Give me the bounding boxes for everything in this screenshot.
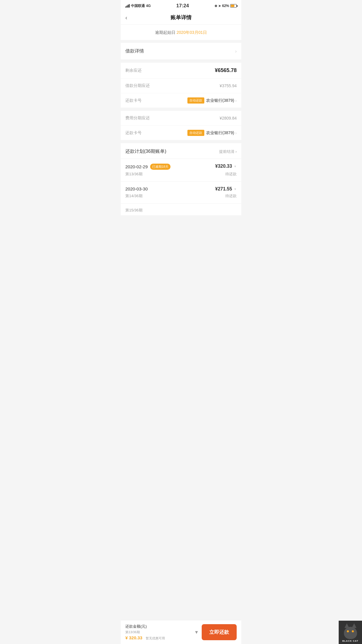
fee-installment-row: 费用分期应还 ¥2809.84 <box>121 111 241 126</box>
loan-details-chevron-icon: › <box>235 49 237 54</box>
payment-3-period: 第15/36期 <box>125 208 143 213</box>
payment-item-1[interactable]: 2020-02-29 已逾期18天 ¥320.33 ▼ 第13/36期 待还款 <box>121 159 241 181</box>
payment-1-right: ¥320.33 ▼ <box>215 164 237 169</box>
payment-1-period: 第13/36期 <box>125 172 143 177</box>
fee-card-chevron-icon: › <box>235 131 237 135</box>
early-settlement-label: 提前结清 <box>219 149 234 154</box>
payment-item-3-partial[interactable]: 第15/36期 <box>121 203 241 215</box>
payment-2-date: 2020-03-30 <box>125 186 148 191</box>
fee-installment-label: 费用分期应还 <box>125 116 150 121</box>
signal-icon <box>125 4 130 8</box>
back-button[interactable]: ‹ <box>125 14 127 21</box>
payment-2-sub: 第14/36期 待还款 <box>125 193 237 199</box>
payment-item-2[interactable]: 2020-03-30 ¥271.55 ▼ 第14/36期 待还款 <box>121 181 241 203</box>
fee-card-info: 自动还款 农业银行(3879) › <box>187 130 237 136</box>
remaining-value: ¥6565.78 <box>215 67 237 74</box>
section-divider-1 <box>121 40 241 43</box>
early-settlement-chevron-icon: › <box>236 149 237 154</box>
loan-auto-tag: 自动还款 <box>187 97 204 104</box>
overdue-section: 逾期起始日 2020年03月01日 <box>121 25 241 40</box>
location-icon: ⊕ <box>215 4 217 8</box>
loan-installment-row: 借款分期应还 ¥3755.94 <box>121 78 241 93</box>
status-bar: 中国联通 4G 17:24 ⊕ ➤ 62% <box>121 0 241 10</box>
page-title: 账单详情 <box>171 14 191 21</box>
info-section: 剩余应还 ¥6565.78 借款分期应还 ¥3755.94 还款卡号 自动还款 … <box>121 63 241 140</box>
fee-auto-tag: 自动还款 <box>187 130 204 136</box>
overdue-date: 2020年03月01日 <box>177 30 207 35</box>
payment-2-right: ¥271.55 ▼ <box>215 186 237 192</box>
payment-1-sub: 第13/36期 待还款 <box>125 172 237 177</box>
nav-bar: ‹ 账单详情 <box>121 10 241 25</box>
fee-installment-value: ¥2809.84 <box>220 116 237 120</box>
fee-card-label: 还款卡号 <box>125 130 142 136</box>
payment-2-amount: ¥271.55 <box>215 186 232 192</box>
dropdown-arrow-1-icon: ▼ <box>234 165 237 168</box>
status-time: 17:24 <box>176 3 189 9</box>
loan-card-chevron-icon: › <box>235 98 237 103</box>
navigation-icon: ➤ <box>218 4 221 8</box>
network-label: 4G <box>146 4 151 8</box>
loan-installment-label: 借款分期应还 <box>125 83 150 88</box>
inner-divider <box>121 108 241 111</box>
overdue-label: 逾期起始日 <box>155 30 175 35</box>
loan-card-info: 自动还款 农业银行(3879) › <box>187 97 237 104</box>
payment-1-amount: ¥320.33 <box>215 164 232 169</box>
loan-installment-value: ¥3755.94 <box>220 83 237 88</box>
status-right: ⊕ ➤ 62% <box>215 4 237 8</box>
loan-card-label: 还款卡号 <box>125 98 142 103</box>
overdue-badge-1: 已逾期18天 <box>150 164 171 170</box>
status-left: 中国联通 4G <box>125 4 151 8</box>
fee-card-name: 农业银行(3879) <box>206 130 234 136</box>
payment-1-left: 2020-02-29 已逾期18天 <box>125 164 171 170</box>
early-settlement-action[interactable]: 提前结清 › <box>219 149 237 154</box>
remaining-label: 剩余应还 <box>125 68 142 73</box>
battery-percent: 62% <box>222 4 229 8</box>
battery-icon <box>230 4 237 8</box>
remaining-row: 剩余应还 ¥6565.78 <box>121 63 241 78</box>
section-divider-2 <box>121 60 241 63</box>
loan-details-label: 借款详情 <box>125 48 144 54</box>
loan-card-name: 农业银行(3879) <box>206 98 234 103</box>
fee-card-row[interactable]: 还款卡号 自动还款 农业银行(3879) › <box>121 126 241 140</box>
loan-details-row[interactable]: 借款详情 › <box>121 43 241 60</box>
payment-1-status: 待还款 <box>225 172 237 177</box>
payment-1-date: 2020-02-29 <box>125 164 148 169</box>
plan-header: 还款计划(36期账单) 提前结清 › <box>121 143 241 159</box>
carrier-label: 中国联通 <box>131 4 145 8</box>
bottom-spacer <box>121 215 241 239</box>
payment-2-left: 2020-03-30 <box>125 186 148 191</box>
plan-title: 还款计划(36期账单) <box>125 148 166 155</box>
dropdown-arrow-2-icon: ▼ <box>234 188 237 191</box>
payment-2-status: 待还款 <box>225 193 237 199</box>
section-divider-3 <box>121 140 241 143</box>
loan-card-row[interactable]: 还款卡号 自动还款 农业银行(3879) › <box>121 93 241 108</box>
payment-2-period: 第14/36期 <box>125 193 143 199</box>
